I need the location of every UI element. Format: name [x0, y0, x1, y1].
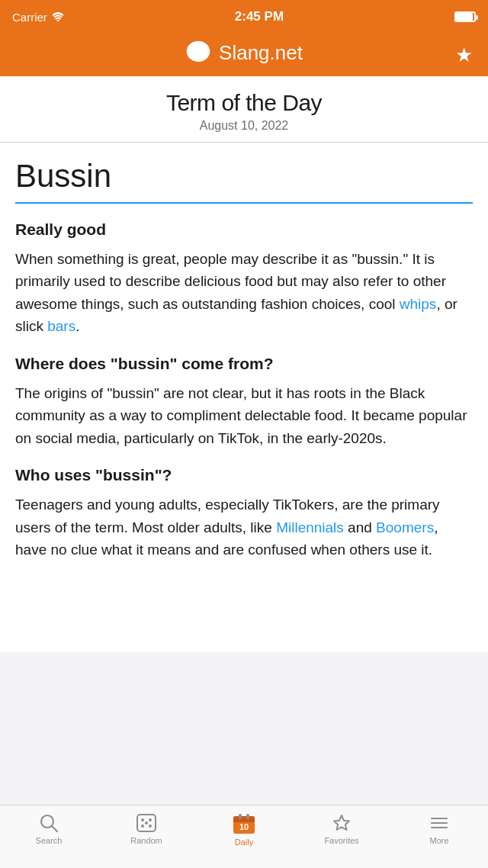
term-heading: Bussin	[15, 158, 473, 204]
favorites-tab-label: Favorites	[324, 836, 358, 845]
svg-point-6	[141, 818, 144, 821]
random-tab-label: Random	[130, 836, 162, 845]
boomers-link[interactable]: Boomers	[376, 519, 434, 535]
svg-point-1	[187, 41, 210, 62]
origin-heading: Where does "bussin" come from?	[15, 355, 473, 373]
search-icon	[39, 813, 59, 833]
body-paragraph-3: Teenagers and young adults, especially T…	[15, 493, 473, 561]
search-tab-label: Search	[36, 836, 63, 845]
tab-favorites[interactable]: Favorites	[293, 813, 390, 845]
logo-bubble-icon	[185, 40, 211, 66]
app-logo: Slang.net	[185, 40, 303, 66]
whips-link[interactable]: whips	[400, 296, 437, 312]
tab-daily[interactable]: 10 Daily	[195, 813, 293, 847]
tab-search[interactable]: Search	[0, 813, 98, 845]
svg-point-7	[149, 818, 152, 821]
logo-text: Slang.net	[219, 41, 303, 65]
daily-tab-label: Daily	[235, 837, 253, 847]
favorite-button[interactable]: ★	[455, 43, 473, 67]
status-left: Carrier	[12, 11, 64, 24]
short-def-heading: Really good	[15, 220, 473, 239]
svg-point-9	[149, 825, 152, 828]
tab-more[interactable]: More	[390, 813, 488, 845]
random-icon	[136, 813, 157, 833]
body-text-3b: and	[344, 519, 376, 535]
tab-bar: Search Random 10 Daily Favorites	[0, 805, 488, 868]
body-paragraph-2: The origins of "bussin" are not clear, b…	[15, 382, 473, 449]
favorites-icon	[331, 813, 352, 833]
svg-point-8	[141, 825, 144, 828]
svg-line-4	[52, 826, 57, 831]
status-right	[454, 11, 476, 22]
app-header: Slang.net ★	[0, 34, 488, 76]
logo-slang: Slang	[219, 41, 270, 64]
logo-domain: .net	[270, 41, 303, 64]
svg-rect-15	[246, 814, 249, 819]
battery-icon	[454, 11, 476, 22]
article-content: Bussin Really good When something is gre…	[0, 143, 488, 652]
svg-rect-14	[239, 814, 242, 819]
page-title: Term of the Day	[12, 90, 476, 116]
page-title-area: Term of the Day August 10, 2022	[0, 76, 488, 143]
svg-point-10	[145, 821, 148, 825]
tab-random[interactable]: Random	[98, 813, 195, 845]
page-date: August 10, 2022	[12, 119, 476, 133]
svg-text:10: 10	[239, 822, 249, 831]
body-text-1c: .	[75, 318, 79, 334]
daily-icon: 10	[233, 813, 255, 834]
more-icon	[429, 813, 450, 833]
users-heading: Who uses "bussin"?	[15, 466, 473, 484]
status-bar: Carrier 2:45 PM	[0, 0, 488, 34]
status-time: 2:45 PM	[235, 9, 284, 24]
bars-link[interactable]: bars	[47, 318, 75, 334]
svg-point-0	[56, 20, 59, 21]
millennials-link[interactable]: Millennials	[276, 519, 344, 535]
more-tab-label: More	[429, 836, 448, 845]
body-text-1a: When something is great, people may desc…	[15, 251, 446, 312]
wifi-icon	[52, 12, 64, 21]
carrier-label: Carrier	[12, 11, 47, 24]
body-paragraph-1: When something is great, people may desc…	[15, 248, 473, 338]
